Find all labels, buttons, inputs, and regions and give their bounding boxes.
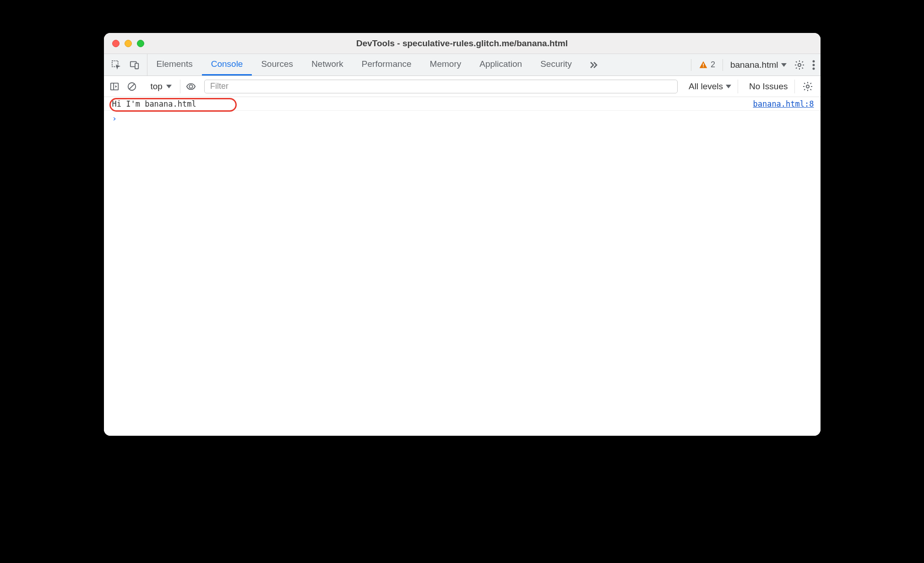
chevron-down-icon bbox=[726, 85, 731, 88]
tab-application[interactable]: Application bbox=[470, 54, 531, 76]
window-title: DevTools - speculative-rules.glitch.me/b… bbox=[111, 38, 813, 49]
tab-console[interactable]: Console bbox=[202, 54, 252, 76]
svg-rect-4 bbox=[703, 66, 704, 67]
svg-point-14 bbox=[806, 85, 809, 87]
frame-selector[interactable]: banana.html bbox=[730, 60, 787, 70]
svg-point-6 bbox=[812, 60, 815, 62]
frame-selector-label: banana.html bbox=[730, 60, 778, 70]
divider bbox=[723, 59, 723, 71]
svg-line-12 bbox=[129, 84, 134, 89]
svg-rect-3 bbox=[703, 63, 704, 65]
tab-sources[interactable]: Sources bbox=[252, 54, 302, 76]
tab-network[interactable]: Network bbox=[302, 54, 353, 76]
panel-tabs: Elements Console Sources Network Perform… bbox=[147, 54, 581, 76]
toolbar-left-group bbox=[109, 80, 143, 93]
maximize-button[interactable] bbox=[137, 40, 144, 47]
settings-gear-icon[interactable] bbox=[794, 60, 805, 70]
svg-rect-2 bbox=[135, 63, 138, 69]
more-tabs-icon[interactable] bbox=[581, 54, 605, 76]
inspect-element-icon[interactable] bbox=[110, 59, 122, 71]
filter-input[interactable] bbox=[204, 80, 678, 93]
minimize-button[interactable] bbox=[125, 40, 132, 47]
log-source-link[interactable]: banana.html:8 bbox=[753, 99, 814, 108]
tabs-left-icons bbox=[107, 54, 147, 76]
panel-tabs-row: Elements Console Sources Network Perform… bbox=[104, 54, 821, 76]
devtools-window: DevTools - speculative-rules.glitch.me/b… bbox=[104, 33, 821, 436]
log-levels-selector[interactable]: All levels bbox=[682, 80, 738, 93]
execution-context-selector[interactable]: top bbox=[148, 81, 174, 92]
svg-point-7 bbox=[812, 64, 815, 66]
context-group: top bbox=[148, 80, 180, 93]
toggle-sidebar-icon[interactable] bbox=[109, 81, 120, 92]
more-menu-icon[interactable] bbox=[812, 60, 815, 70]
console-prompt-row[interactable]: › bbox=[104, 111, 821, 126]
console-log-row: Hi I'm banana.html banana.html:8 bbox=[104, 97, 821, 111]
clear-console-icon[interactable] bbox=[126, 81, 138, 92]
context-label: top bbox=[151, 81, 163, 92]
tab-elements[interactable]: Elements bbox=[147, 54, 202, 76]
tab-security[interactable]: Security bbox=[531, 54, 581, 76]
svg-point-13 bbox=[189, 85, 192, 88]
console-settings-gear-icon[interactable] bbox=[799, 81, 816, 92]
divider bbox=[691, 59, 691, 71]
live-expression-icon[interactable] bbox=[185, 81, 197, 92]
issues-button[interactable]: No Issues bbox=[743, 80, 794, 93]
svg-rect-9 bbox=[110, 83, 118, 90]
warning-count: 2 bbox=[711, 60, 715, 70]
titlebar: DevTools - speculative-rules.glitch.me/b… bbox=[104, 33, 821, 54]
traffic-lights bbox=[112, 40, 144, 47]
tab-performance[interactable]: Performance bbox=[353, 54, 421, 76]
device-toolbar-icon[interactable] bbox=[129, 59, 141, 71]
svg-point-8 bbox=[812, 67, 815, 70]
tabs-right-controls: 2 banana.html bbox=[691, 54, 821, 76]
warnings-badge[interactable]: 2 bbox=[699, 60, 715, 70]
tab-memory[interactable]: Memory bbox=[421, 54, 471, 76]
close-button[interactable] bbox=[112, 40, 120, 47]
console-toolbar: top All levels No Issues bbox=[104, 76, 821, 97]
console-body: Hi I'm banana.html banana.html:8 › bbox=[104, 97, 821, 436]
log-message: Hi I'm banana.html bbox=[112, 99, 196, 108]
chevron-down-icon bbox=[166, 85, 172, 88]
chevron-down-icon bbox=[781, 63, 787, 67]
svg-point-5 bbox=[798, 63, 800, 66]
prompt-chevron-icon: › bbox=[112, 114, 117, 123]
issues-label: No Issues bbox=[749, 81, 788, 92]
levels-label: All levels bbox=[689, 81, 723, 92]
